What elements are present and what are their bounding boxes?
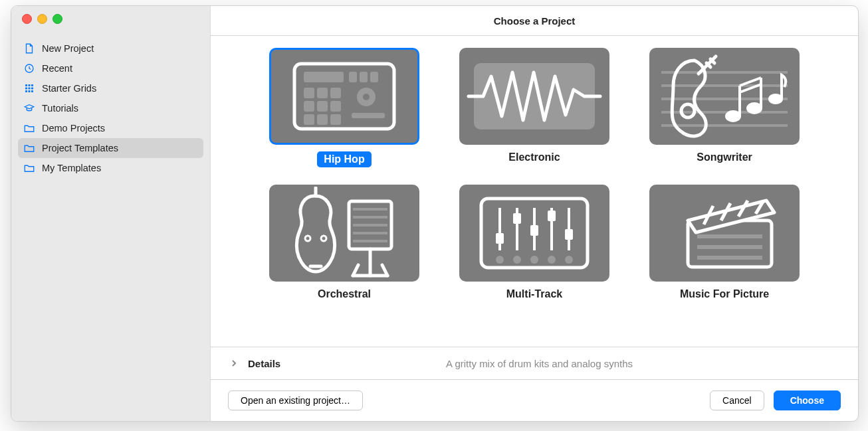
svg-point-25 [363, 94, 370, 100]
svg-rect-4 [25, 88, 27, 90]
svg-rect-9 [31, 90, 33, 92]
svg-rect-20 [330, 101, 341, 112]
footer: Open an existing project… Cancel Choose [211, 379, 858, 421]
template-label: Hip Hop [317, 151, 371, 167]
sidebar-item-my-templates[interactable]: My Templates [18, 158, 203, 178]
main-pane: Choose a Project [211, 6, 858, 421]
sidebar-item-recent[interactable]: Recent [18, 58, 203, 78]
svg-rect-18 [304, 101, 314, 112]
svg-rect-15 [304, 88, 314, 98]
template-music-for-picture[interactable]: Music For Picture [649, 185, 800, 300]
svg-rect-26 [352, 113, 385, 118]
sidebar-item-tutorials[interactable]: Tutorials [18, 98, 203, 118]
template-label: Music For Picture [680, 288, 769, 300]
chevron-right-icon [231, 359, 237, 367]
svg-rect-7 [25, 90, 27, 92]
svg-point-43 [770, 95, 782, 103]
cancel-button[interactable]: Cancel [710, 390, 764, 410]
folder-icon [23, 122, 35, 134]
svg-point-37 [726, 112, 740, 121]
sidebar-item-label: Starter Grids [42, 83, 96, 94]
template-label: Orchestral [318, 288, 371, 300]
svg-rect-22 [317, 114, 328, 125]
template-hip-hop[interactable]: Hip Hop [269, 48, 419, 167]
sidebar-item-label: New Project [42, 43, 94, 54]
folder-icon [23, 162, 35, 174]
sidebar-item-project-templates[interactable]: Project Templates [18, 138, 203, 158]
template-electronic[interactable]: Electronic [459, 48, 609, 167]
svg-point-70 [548, 256, 556, 264]
svg-point-71 [565, 256, 573, 264]
template-label: Songwriter [697, 151, 752, 163]
template-label: Multi-Track [506, 288, 562, 300]
template-multi-track[interactable]: Multi-Track [459, 185, 609, 300]
svg-rect-11 [304, 72, 344, 82]
sidebar-item-new-project[interactable]: New Project [18, 39, 203, 58]
folder-icon [23, 142, 35, 154]
details-bar[interactable]: Details A gritty mix of drum kits and an… [211, 347, 858, 379]
minimize-icon[interactable] [37, 14, 47, 24]
svg-rect-5 [29, 88, 31, 90]
svg-point-68 [513, 256, 521, 264]
svg-rect-6 [31, 88, 33, 90]
svg-point-69 [530, 256, 538, 264]
svg-point-39 [748, 104, 761, 113]
template-label: Electronic [508, 151, 560, 163]
page-title-text: Choose a Project [494, 15, 576, 27]
grid-icon [23, 82, 35, 94]
waveform-icon [459, 48, 609, 145]
template-gallery: Hip Hop Electronic [211, 36, 858, 347]
sidebar-item-demo-projects[interactable]: Demo Projects [18, 118, 203, 138]
file-icon [23, 43, 35, 54]
svg-rect-2 [29, 84, 31, 86]
mixer-icon [459, 185, 609, 282]
svg-rect-66 [565, 229, 573, 240]
svg-rect-23 [330, 114, 341, 125]
violin-stand-icon [269, 185, 419, 282]
choose-button[interactable]: Choose [774, 390, 841, 410]
sidebar-item-label: Project Templates [42, 143, 118, 153]
svg-rect-16 [317, 88, 328, 98]
drum-machine-icon [269, 48, 419, 145]
mortarboard-icon [23, 102, 35, 114]
details-label: Details [248, 358, 280, 369]
svg-rect-14 [370, 72, 378, 82]
sidebar-item-label: Demo Projects [42, 123, 105, 133]
guitar-notes-icon [649, 48, 800, 145]
zoom-icon[interactable] [53, 14, 62, 24]
svg-rect-65 [548, 211, 556, 221]
sidebar-item-label: My Templates [42, 163, 101, 173]
svg-rect-12 [349, 72, 357, 82]
open-existing-button[interactable]: Open an existing project… [228, 390, 363, 410]
svg-rect-21 [304, 114, 314, 125]
svg-point-67 [496, 256, 504, 264]
svg-rect-64 [530, 225, 538, 236]
svg-rect-17 [330, 88, 341, 98]
clapper-icon [649, 185, 800, 282]
clock-icon [23, 62, 35, 74]
template-songwriter[interactable]: Songwriter [649, 48, 800, 167]
details-description: A gritty mix of drum kits and analog syn… [291, 358, 788, 369]
svg-rect-19 [317, 101, 328, 112]
sidebar: New Project Recent Starter Grids Tutoria… [11, 6, 211, 421]
svg-rect-1 [25, 84, 27, 86]
sidebar-item-label: Recent [42, 63, 72, 74]
svg-rect-8 [29, 90, 31, 92]
svg-rect-62 [496, 233, 504, 244]
sidebar-item-starter-grids[interactable]: Starter Grids [18, 78, 203, 98]
project-chooser-window: New Project Recent Starter Grids Tutoria… [11, 5, 859, 422]
close-icon[interactable] [22, 14, 32, 24]
svg-rect-13 [360, 72, 368, 82]
template-orchestral[interactable]: Orchestral [269, 185, 419, 300]
sidebar-item-label: Tutorials [42, 103, 78, 114]
window-controls [11, 14, 210, 39]
sidebar-list: New Project Recent Starter Grids Tutoria… [11, 39, 210, 178]
svg-rect-3 [31, 84, 33, 86]
svg-rect-63 [513, 213, 521, 224]
page-title: Choose a Project [211, 6, 858, 36]
